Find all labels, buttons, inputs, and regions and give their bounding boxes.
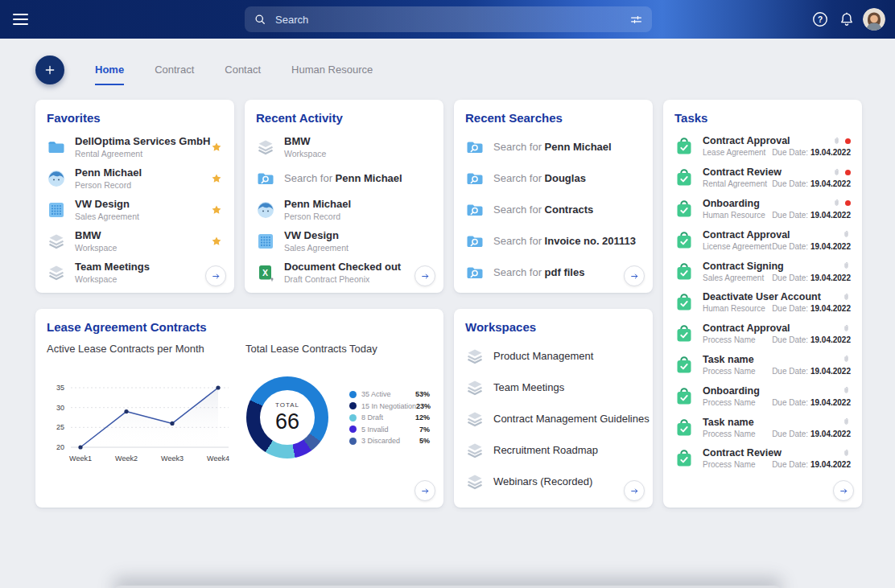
item-title: BMW	[284, 135, 326, 148]
task-subtitle: Process Name	[703, 398, 760, 408]
search-history-item[interactable]: Search for pdf files	[465, 257, 641, 288]
search-history-text: Search for Douglas	[493, 172, 586, 184]
search-history-item[interactable]: Search for Penn Michael	[465, 131, 641, 162]
activity-item[interactable]: Search for Penn Michael	[256, 162, 432, 194]
task-check-icon	[674, 262, 694, 282]
star-icon[interactable]	[210, 141, 223, 154]
legend-dot	[349, 414, 357, 421]
item-title: Team Meetings	[75, 261, 150, 273]
legend-item: 3 Discarded5%	[349, 435, 430, 447]
paperclip-icon	[842, 324, 851, 333]
task-item[interactable]: OnboardingProcess Name Due Date: 19.04.2…	[674, 380, 851, 412]
favorite-item[interactable]: VW DesignSales Agreement	[47, 194, 223, 225]
item-subtitle: Rental Agreement	[75, 149, 210, 159]
item-title: BMW	[75, 229, 117, 242]
task-check-icon	[674, 324, 694, 343]
item-subtitle: Workspace	[284, 149, 326, 159]
workspace-item[interactable]: Webinars (Recorded)	[465, 466, 641, 497]
tab-home[interactable]: Home	[95, 64, 124, 85]
more-arrow-button[interactable]	[624, 265, 645, 286]
tab-contact[interactable]: Contact	[225, 64, 261, 85]
task-subtitle: Process Name	[703, 367, 756, 376]
user-avatar[interactable]	[863, 8, 885, 31]
star-icon[interactable]	[210, 235, 223, 248]
workspace-item[interactable]: Product Management	[465, 340, 641, 372]
task-item[interactable]: Contract ApprovalLicense Agreement Due D…	[674, 224, 851, 256]
item-title: Penn Michael	[75, 167, 142, 179]
activity-item[interactable]: X Document Checked outDraft Contract Phe…	[256, 257, 432, 288]
menu-icon[interactable]	[13, 14, 28, 25]
search-history-item[interactable]: Search for Contracts	[465, 194, 641, 225]
svg-text:35: 35	[56, 384, 64, 392]
favorite-item[interactable]: Team MeetingsWorkspace	[47, 257, 223, 288]
item-title: Penn Michael	[284, 198, 351, 211]
task-item[interactable]: Contract ApprovalLease Agreement Due Dat…	[674, 131, 851, 162]
task-item[interactable]: Task nameProcess Name Due Date: 19.04.20…	[674, 350, 851, 381]
favorite-item[interactable]: BMWWorkspace	[47, 225, 223, 257]
task-title: Onboarding	[703, 385, 760, 397]
task-subtitle: Process Name	[703, 430, 756, 439]
workspace-item[interactable]: Recruitment Roadmap	[465, 434, 641, 466]
lease-contracts-card: Lease Agreement Contracts Active Lease C…	[35, 309, 443, 508]
due-date: Due Date: 19.04.2022	[772, 398, 851, 407]
activity-item[interactable]: Penn MichaelPerson Record	[256, 194, 432, 225]
card-title: Workspaces	[465, 320, 641, 334]
item-subtitle: Sales Agreement	[284, 243, 349, 253]
star-icon[interactable]	[210, 204, 223, 216]
card-title: Favorites	[47, 111, 223, 125]
search-icon	[253, 12, 267, 27]
more-arrow-button[interactable]	[415, 265, 435, 286]
task-item[interactable]: Contract ApprovalProcess Name Due Date: …	[674, 319, 851, 350]
task-item[interactable]: Task nameProcess Name Due Date: 19.04.20…	[674, 412, 851, 443]
task-item[interactable]: Contract ReviewRental Agreement Due Date…	[674, 162, 851, 194]
search-bar[interactable]	[245, 6, 652, 32]
add-new-button[interactable]	[35, 56, 64, 84]
tab-contract[interactable]: Contract	[155, 64, 194, 85]
favorite-item[interactable]: DellOptima Services GmbHRental Agreement	[47, 131, 223, 162]
search-history-item[interactable]: Search for Invoice no. 201113	[465, 225, 641, 257]
task-title: Contract Approval	[703, 229, 772, 241]
notifications-bell-icon[interactable]	[838, 10, 856, 28]
activity-item[interactable]: VW DesignSales Agreement	[256, 225, 432, 257]
item-title: VW Design	[284, 229, 349, 242]
search-history-text: Search for Contracts	[493, 204, 593, 216]
donut-chart: TOTAL 66	[246, 376, 328, 458]
task-check-icon	[674, 137, 694, 156]
donut-legend: 35 Active53% 15 In Negotiation23% 8 Draf…	[349, 389, 430, 447]
search-history-text: Search for Penn Michael	[493, 141, 612, 153]
person-icon	[256, 200, 275, 220]
recent-activity-card: Recent Activity BMWWorkspace Search for …	[245, 100, 443, 293]
favorite-item[interactable]: Penn MichaelPerson Record	[47, 162, 223, 194]
task-item[interactable]: Deactivate User AccountHuman Resource Du…	[674, 287, 851, 319]
tab-human-resource[interactable]: Human Resource	[291, 64, 373, 85]
more-arrow-button[interactable]	[205, 265, 226, 286]
activity-item[interactable]: BMWWorkspace	[256, 131, 432, 162]
search-history-item[interactable]: Search for Douglas	[465, 162, 641, 194]
task-item[interactable]: Contract SigningSales Agreement Due Date…	[674, 256, 851, 287]
legend-dot	[349, 402, 357, 409]
more-arrow-button[interactable]	[833, 480, 854, 501]
star-icon[interactable]	[210, 172, 223, 185]
paperclip-icon	[842, 417, 851, 426]
more-arrow-button[interactable]	[415, 480, 435, 501]
more-arrow-button[interactable]	[624, 480, 645, 501]
line-chart-title: Active Lease Contracts per Month	[47, 343, 204, 355]
task-item[interactable]: OnboardingHuman Resource Due Date: 19.04…	[674, 194, 851, 225]
workspace-title: Webinars (Recorded)	[493, 475, 592, 487]
legend-dot	[349, 438, 357, 445]
due-date: Due Date: 19.04.2022	[772, 242, 851, 251]
item-subtitle: Person Record	[284, 212, 351, 222]
workspace-item[interactable]: Team Meetings	[465, 372, 641, 403]
task-subtitle: Sales Agreement	[703, 273, 772, 283]
task-check-icon	[674, 387, 694, 406]
task-title: Contract Approval	[703, 323, 772, 335]
task-item[interactable]: Contract ReviewProcess Name Due Date: 19…	[674, 443, 851, 475]
workspace-item[interactable]: Contract Management Guidelines	[465, 403, 641, 434]
workspace-title: Product Management	[493, 350, 593, 362]
card-title: Recent Searches	[465, 111, 641, 125]
filter-sliders-icon[interactable]	[629, 12, 644, 27]
task-check-icon	[674, 356, 694, 375]
search-input[interactable]	[274, 13, 629, 27]
help-icon[interactable]: ?	[811, 10, 829, 28]
workspace-title: Team Meetings	[493, 381, 564, 393]
